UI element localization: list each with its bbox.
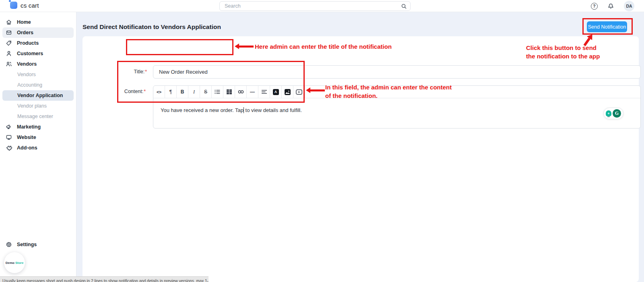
sidebar-item-label: Orders: [17, 30, 33, 35]
horizontal-rule-icon[interactable]: —: [247, 86, 258, 98]
font-color-icon[interactable]: A: [270, 86, 282, 98]
sidebar-item-label: Settings: [17, 242, 37, 247]
content-text-area[interactable]: You have received a new order. Tap to vi…: [153, 98, 640, 113]
customers-icon: [6, 50, 12, 57]
grammarly-widget[interactable]: + G: [603, 108, 623, 119]
vendors-icon: [6, 61, 12, 67]
cscart-logo[interactable]: cs cart: [10, 2, 39, 9]
italic-icon[interactable]: I: [188, 86, 200, 98]
insert-video-icon[interactable]: [293, 86, 305, 98]
topbar: cs cart ? DA: [0, 0, 644, 12]
sidebar-item-label: Home: [17, 19, 31, 25]
annotation-arrow-content: [306, 87, 325, 93]
content-text: You have received a new order. Tap: [161, 107, 244, 113]
settings-gear-icon: [6, 241, 12, 248]
sidebar-item-settings[interactable]: Settings: [2, 239, 74, 250]
sidebar-item-products[interactable]: Products: [2, 38, 74, 48]
help-icon[interactable]: ?: [591, 3, 598, 10]
orders-icon: [6, 29, 12, 36]
user-avatar[interactable]: DA: [624, 1, 634, 11]
website-monitor-icon: [6, 134, 12, 141]
annotation-text-button: Click this button to send the notificati…: [526, 44, 600, 60]
sidebar-item-label: Vendors: [17, 61, 37, 67]
grammarly-logo-icon[interactable]: G: [613, 109, 621, 118]
sidebar-item-home[interactable]: Home: [2, 17, 74, 27]
grammarly-suggestion-icon[interactable]: +: [606, 110, 611, 116]
demo-store-badge[interactable]: Demo Store: [4, 252, 25, 273]
sidebar-item-label: Customers: [17, 51, 43, 56]
sidebar-subitem-message-center[interactable]: Message center: [2, 111, 74, 122]
cscart-logo-icon: [10, 2, 17, 9]
sidebar-subitem-accounting[interactable]: Accounting: [2, 80, 74, 90]
sidebar-item-label: Add-ons: [17, 145, 37, 151]
sidebar-item-label: Marketing: [17, 124, 41, 130]
sidebar-item-orders[interactable]: Orders: [2, 27, 74, 38]
search-icon[interactable]: [401, 3, 407, 9]
sidebar-item-label: Products: [17, 40, 39, 46]
annotation-text-content: In this field, the admin can enter the c…: [325, 83, 452, 100]
sidebar-subitem-vendor-application[interactable]: Vendor Application: [2, 90, 74, 101]
sidebar-item-website[interactable]: Website: [2, 132, 74, 143]
main-content: Send Direct Notificaton to Vendors Appli…: [76, 12, 644, 282]
form-card: Title:* Content:* <> ¶ B I S: [83, 36, 639, 282]
content-field-label: Content:*: [114, 89, 146, 94]
annotation-arrow-title: [235, 44, 254, 49]
paragraph-style-icon[interactable]: ¶: [165, 86, 177, 98]
code-view-icon[interactable]: <>: [153, 86, 165, 98]
products-tag-icon: [6, 40, 12, 46]
strikethrough-icon[interactable]: S: [200, 86, 212, 98]
sidebar-item-customers[interactable]: Customers: [2, 48, 74, 59]
sidebar-subitem-vendors[interactable]: Vendors: [2, 69, 74, 80]
align-icon[interactable]: [258, 86, 270, 98]
send-notification-button[interactable]: Send Notification: [587, 21, 627, 32]
global-search[interactable]: [219, 1, 411, 11]
addons-puzzle-icon: [6, 145, 12, 151]
notifications-bell-icon[interactable]: [607, 3, 614, 10]
insert-image-icon[interactable]: [282, 86, 293, 98]
page-header: Send Direct Notificaton to Vendors Appli…: [76, 12, 644, 36]
content-text: to view details and fulfill.: [244, 107, 302, 113]
cscart-logo-text: cs cart: [21, 2, 39, 9]
status-bar: Usually keep messages short and push des…: [0, 276, 208, 282]
home-icon: [6, 19, 12, 25]
marketing-megaphone-icon: [6, 124, 12, 130]
required-asterisk: *: [144, 89, 146, 94]
title-field-label: Title:*: [117, 69, 147, 75]
sidebar: Home Orders Products Customers Vend: [0, 12, 76, 282]
sidebar-item-label: Website: [17, 135, 36, 140]
sidebar-subitem-vendor-plans[interactable]: Vendor plans: [2, 101, 74, 111]
sidebar-item-marketing[interactable]: Marketing: [2, 122, 74, 132]
bold-icon[interactable]: B: [177, 86, 188, 98]
table-icon[interactable]: [223, 86, 235, 98]
annotation-text-title: Here admin can enter the title of the no…: [255, 42, 392, 51]
search-input[interactable]: [225, 3, 401, 9]
page-title: Send Direct Notificaton to Vendors Appli…: [83, 23, 221, 31]
sidebar-item-addons[interactable]: Add-ons: [2, 143, 74, 153]
link-icon[interactable]: [235, 86, 247, 98]
unordered-list-icon[interactable]: [212, 86, 223, 98]
required-asterisk: *: [145, 69, 147, 75]
status-bar-text: Usually keep messages short and push des…: [2, 279, 208, 282]
sidebar-item-vendors[interactable]: Vendors: [2, 59, 74, 69]
notification-title-input[interactable]: [153, 65, 641, 79]
